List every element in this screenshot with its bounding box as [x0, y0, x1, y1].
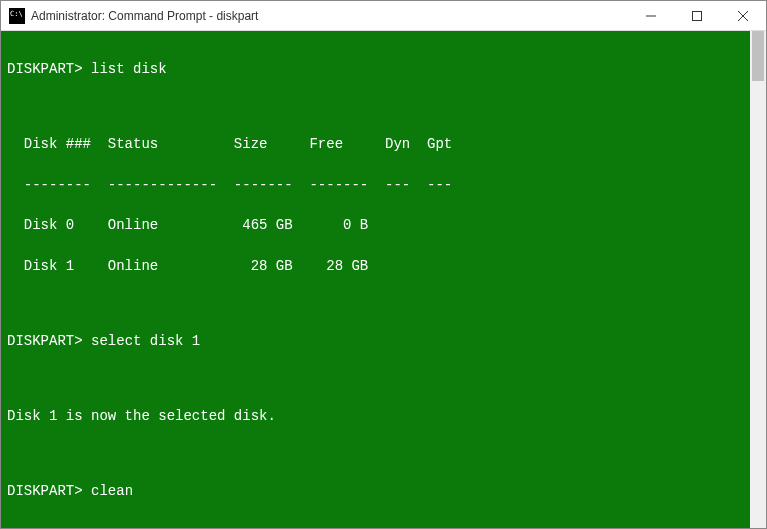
table-rule: -------- ------------- ------- ------- -… — [7, 175, 744, 195]
prompt: DISKPART> — [7, 61, 83, 77]
svg-rect-1 — [693, 11, 702, 20]
command-text: clean — [91, 483, 133, 499]
scrollbar-thumb[interactable] — [752, 31, 764, 81]
terminal[interactable]: DISKPART> list disk Disk ### Status Size… — [1, 31, 750, 528]
minimize-button[interactable] — [628, 1, 674, 31]
cmd-icon — [9, 8, 25, 24]
table-header: Disk ### Status Size Free Dyn Gpt — [7, 134, 744, 154]
command-text: select disk 1 — [91, 333, 200, 349]
terminal-container: DISKPART> list disk Disk ### Status Size… — [1, 31, 766, 528]
close-button[interactable] — [720, 1, 766, 31]
window-title: Administrator: Command Prompt - diskpart — [31, 9, 628, 23]
prompt: DISKPART> — [7, 333, 83, 349]
maximize-button[interactable] — [674, 1, 720, 31]
window-titlebar: Administrator: Command Prompt - diskpart — [1, 1, 766, 31]
command-text: list disk — [91, 61, 167, 77]
scrollbar[interactable] — [750, 31, 766, 528]
table-row: Disk 0 Online 465 GB 0 B — [7, 215, 744, 235]
table-row: Disk 1 Online 28 GB 28 GB — [7, 256, 744, 276]
prompt: DISKPART> — [7, 483, 83, 499]
output-message: Disk 1 is now the selected disk. — [7, 406, 744, 426]
maximize-icon — [692, 11, 702, 21]
close-icon — [738, 11, 748, 21]
minimize-icon — [646, 11, 656, 21]
